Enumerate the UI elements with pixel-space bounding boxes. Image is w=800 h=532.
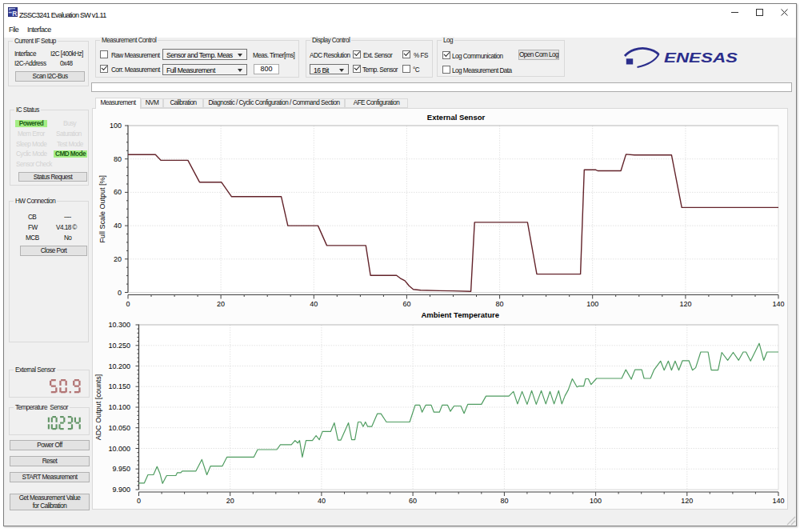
svg-text:0: 0	[137, 497, 141, 505]
svg-text:10.200: 10.200	[108, 362, 130, 370]
svg-text:140: 140	[772, 300, 784, 308]
svg-text:60: 60	[114, 188, 122, 196]
svg-text:60: 60	[402, 300, 410, 308]
svg-text:9.900: 9.900	[112, 486, 130, 494]
svg-text:100: 100	[590, 497, 602, 505]
svg-text:120: 120	[679, 300, 691, 308]
svg-text:40: 40	[318, 497, 326, 505]
svg-text:9.950: 9.950	[112, 465, 130, 473]
svg-text:100: 100	[586, 300, 598, 308]
svg-text:Full Scale Output [%]: Full Scale Output [%]	[98, 175, 106, 243]
svg-text:0: 0	[118, 289, 122, 297]
svg-text:10.100: 10.100	[108, 403, 130, 411]
svg-text:60: 60	[409, 497, 417, 505]
svg-text:ADC Output [counts]: ADC Output [counts]	[94, 374, 102, 441]
svg-text:10.000: 10.000	[108, 445, 130, 453]
svg-text:0: 0	[126, 300, 130, 308]
svg-text:40: 40	[114, 222, 122, 230]
svg-text:20: 20	[226, 497, 234, 505]
svg-text:Ambient Temperature: Ambient Temperature	[421, 310, 498, 319]
svg-text:120: 120	[681, 497, 693, 505]
svg-text:10.050: 10.050	[108, 424, 130, 432]
svg-text:10.300: 10.300	[108, 321, 130, 329]
svg-text:100: 100	[110, 122, 122, 130]
svg-text:80: 80	[114, 155, 122, 163]
svg-text:40: 40	[310, 300, 318, 308]
svg-text:10.150: 10.150	[108, 382, 130, 390]
svg-text:140: 140	[772, 497, 784, 505]
svg-text:10.250: 10.250	[108, 342, 130, 350]
svg-text:80: 80	[500, 497, 508, 505]
svg-text:External Sensor: External Sensor	[427, 113, 486, 122]
svg-text:20: 20	[217, 300, 225, 308]
svg-text:20: 20	[114, 255, 122, 263]
svg-text:R: R	[12, 10, 17, 17]
svg-text:ENESAS: ENESAS	[664, 51, 738, 65]
svg-text:80: 80	[496, 300, 504, 308]
